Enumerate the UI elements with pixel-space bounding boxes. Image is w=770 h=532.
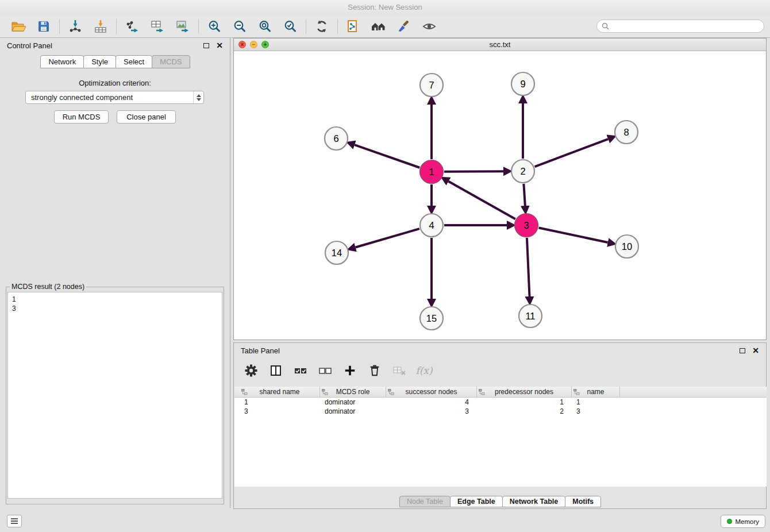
eye-icon (422, 20, 436, 33)
result-line: 3 (12, 304, 218, 313)
table-tab-edge-table[interactable]: Edge Table (450, 496, 503, 507)
delete-table-button[interactable] (391, 363, 407, 379)
zoom-out-button[interactable] (227, 17, 252, 36)
close-panel-button[interactable]: Close panel (117, 110, 176, 124)
zoom-in-button[interactable] (202, 17, 227, 36)
graph-node-8[interactable]: 8 (615, 121, 638, 144)
zoom-fit-button[interactable] (252, 17, 278, 36)
mcds-result-fieldset: MCDS result (2 nodes) 13 (6, 283, 224, 504)
table-tab-node-table[interactable]: Node Table (399, 496, 451, 507)
table-cell: 4 (386, 398, 477, 407)
column-header-predecessor-nodes[interactable]: predecessor nodes (477, 387, 572, 397)
open-file-button[interactable] (6, 17, 31, 36)
graph-edge-1-2[interactable] (444, 171, 503, 172)
window-close-icon[interactable]: × (238, 41, 246, 48)
table-settings-button[interactable] (243, 363, 259, 379)
zoom-selected-button[interactable] (278, 17, 303, 36)
tab-mcds[interactable]: MCDS (152, 55, 190, 68)
control-panel-header: Control Panel ✕ (0, 38, 230, 53)
graph-edge-2-8[interactable] (535, 139, 609, 167)
network-window-titlebar: × − + scc.txt (234, 38, 766, 51)
graph-node-11[interactable]: 11 (519, 304, 542, 327)
function-builder-button[interactable]: f(x) (416, 363, 432, 379)
graph-node-7[interactable]: 7 (420, 74, 443, 97)
graph-edge-3-10[interactable] (539, 228, 608, 242)
network-canvas[interactable]: 7968124314101511 (234, 51, 766, 340)
column-header-name[interactable]: name (572, 387, 620, 397)
graph-node-10[interactable]: 10 (615, 235, 638, 258)
graph-node-1[interactable]: 1 (420, 160, 443, 183)
unselect-all-columns-button[interactable] (317, 363, 333, 379)
create-column-button[interactable] (342, 363, 358, 379)
graph-edge-3-1[interactable] (449, 182, 515, 219)
task-history-button[interactable] (7, 515, 22, 527)
column-header-MCDS-role[interactable]: MCDS role (320, 387, 386, 397)
graph-edge-2-3[interactable] (523, 184, 525, 206)
network-window-title: scc.txt (490, 40, 511, 49)
table-tab-network-table[interactable]: Network Table (502, 496, 566, 507)
graph-node-15[interactable]: 15 (420, 307, 443, 330)
table-tab-motifs[interactable]: Motifs (565, 496, 601, 507)
graph-edge-1-6[interactable] (355, 145, 419, 168)
list-icon (10, 518, 18, 525)
tab-style[interactable]: Style (83, 55, 116, 68)
graph-edge-4-14[interactable] (356, 229, 419, 247)
graph-node-4[interactable]: 4 (420, 214, 443, 237)
import-table-button[interactable] (88, 17, 113, 36)
window-minimize-icon[interactable]: − (250, 41, 257, 48)
tab-network[interactable]: Network (40, 55, 84, 68)
run-mcds-button[interactable]: Run MCDS (54, 110, 109, 124)
criterion-dropdown[interactable]: strongly connected component (25, 91, 204, 104)
main-toolbar (0, 15, 770, 38)
zoom-fit-icon (258, 20, 272, 33)
status-bar: Memory (0, 510, 770, 532)
table-row[interactable]: 1dominator411 (234, 398, 767, 407)
import-network-button[interactable] (63, 17, 88, 36)
graph-node-2[interactable]: 2 (511, 160, 534, 183)
table-cell: 3 (240, 407, 320, 416)
select-all-columns-button[interactable] (292, 363, 309, 379)
show-hide-details-button[interactable] (417, 17, 442, 36)
window-zoom-icon[interactable]: + (261, 41, 269, 48)
attribute-type-icon (322, 389, 328, 395)
graph-node-9[interactable]: 9 (511, 72, 534, 95)
column-header-successor-nodes[interactable]: successor nodes (386, 387, 477, 397)
delete-column-button[interactable] (367, 363, 383, 379)
floppy-icon (37, 20, 50, 33)
table-row[interactable]: 3dominator323 (234, 407, 767, 416)
window-title: Session: New Session (348, 3, 422, 11)
zoom-selected-icon (283, 20, 297, 33)
graph-edge-3-11[interactable] (527, 238, 530, 296)
tab-select[interactable]: Select (116, 55, 152, 68)
table-panel-title: Table Panel (241, 346, 280, 355)
close-panel-icon[interactable]: ✕ (216, 43, 223, 48)
graphics-details-button[interactable] (391, 17, 417, 36)
memory-status-icon (727, 519, 732, 524)
export-table-button[interactable] (145, 17, 170, 36)
criterion-value: strongly connected component (31, 93, 133, 102)
save-session-button[interactable] (31, 17, 56, 36)
graph-node-14[interactable]: 14 (325, 241, 348, 264)
search-input[interactable] (612, 22, 759, 30)
dropdown-stepper-icon (193, 91, 203, 103)
mcds-result-box[interactable]: 13 (7, 292, 222, 499)
toolbar-separator (337, 19, 338, 34)
attribute-type-icon (388, 389, 394, 395)
export-network-button[interactable] (120, 17, 145, 36)
network-from-selection-button[interactable] (341, 17, 366, 36)
first-neighbors-button[interactable] (366, 17, 391, 36)
toolbar-separator (116, 19, 117, 34)
column-header-shared-name[interactable]: shared name (240, 387, 320, 397)
float-panel-icon[interactable] (740, 348, 745, 353)
show-columns-button[interactable] (268, 363, 284, 379)
memory-button[interactable]: Memory (721, 515, 765, 528)
graph-node-6[interactable]: 6 (325, 127, 348, 150)
table-header-row: shared nameMCDS rolesuccessor nodesprede… (234, 387, 767, 398)
graph-node-3[interactable]: 3 (515, 214, 538, 237)
refresh-button[interactable] (309, 17, 334, 36)
float-panel-icon[interactable] (203, 43, 209, 48)
table-panel: Table Panel ✕ (233, 342, 767, 509)
table-cell: 1 (477, 398, 572, 407)
export-image-button[interactable] (170, 17, 195, 36)
close-panel-icon[interactable]: ✕ (752, 348, 759, 353)
